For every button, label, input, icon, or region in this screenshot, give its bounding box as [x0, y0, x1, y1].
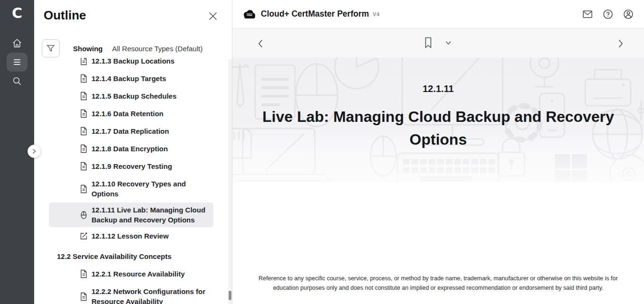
home-icon [12, 38, 22, 48]
document-icon [79, 162, 88, 171]
outline-item[interactable]: 12.1.12 Lesson Review [49, 227, 213, 245]
document-icon [79, 109, 88, 118]
product-cloud-icon [242, 9, 256, 20]
resource-filter-bar: Showing All Resource Types (Default) [42, 39, 202, 57]
help-icon [602, 9, 614, 20]
close-outline-button[interactable] [208, 10, 220, 22]
lesson-nav-toolbar [232, 28, 644, 57]
product-header: Cloud+ CertMaster Perform V4 [232, 0, 644, 28]
account-button[interactable] [622, 8, 635, 20]
outline-item[interactable]: 12.2.1 Resource Availability [49, 265, 213, 283]
outline-panel-title: Outline [44, 8, 86, 23]
filter-selected-value: All Resource Types (Default) [112, 45, 203, 53]
outline-item[interactable]: 12.1.4 Backup Targets [49, 70, 213, 87]
chevron-down-icon [445, 41, 451, 45]
document-icon [79, 184, 88, 193]
lesson-title: Live Lab: Managing Cloud Backup and Reco… [246, 105, 631, 151]
back-arrow-icon [257, 38, 264, 49]
outline-menu-icon [12, 57, 22, 67]
outline-toggle-button[interactable] [7, 53, 28, 72]
outline-item[interactable]: 12.2.2 Network Configurations for Resour… [49, 283, 213, 304]
account-icon [623, 9, 634, 20]
home-button[interactable] [7, 34, 28, 53]
previous-page-button[interactable] [253, 36, 267, 51]
brand-logo: C [0, 5, 34, 21]
messages-button[interactable] [581, 8, 594, 20]
outline-item[interactable]: 12.1.6 Data Retention [49, 105, 213, 122]
outline-item[interactable]: 12.1.8 Data Encryption [49, 140, 213, 157]
outline-item[interactable]: 12.1.7 Data Replication [49, 122, 213, 140]
outline-item-selected[interactable]: 12.1.11 Live Lab: Managing Cloud Backup … [49, 203, 213, 227]
disclaimer-footer: Reference to any specific course, servic… [232, 274, 644, 293]
outline-item-list: 12.1.3 Backup Locations 12.1.4 Backup Ta… [34, 58, 232, 304]
document-icon [79, 58, 88, 65]
outline-item[interactable]: 12.1.9 Recovery Testing [49, 157, 213, 175]
product-title: Cloud+ CertMaster Perform [261, 9, 369, 19]
outline-item[interactable]: 12.1.3 Backup Locations [49, 58, 213, 70]
outline-item[interactable]: 12.1.10 Recovery Types and Options [49, 175, 213, 203]
disclaimer-line: Reference to any specific course, servic… [232, 274, 644, 283]
chevron-right-icon [31, 148, 37, 154]
document-icon [79, 144, 88, 153]
disclaimer-line: education purposes only and does not con… [232, 283, 644, 293]
filter-showing-label: Showing [73, 45, 103, 53]
bookmark-menu-button[interactable] [441, 35, 455, 50]
edit-review-icon [79, 232, 88, 240]
document-icon [79, 92, 88, 101]
forward-arrow-icon [617, 38, 624, 49]
document-icon [79, 127, 88, 136]
help-button[interactable] [602, 8, 614, 20]
filter-funnel-icon [46, 44, 55, 53]
bookmark-button[interactable] [421, 35, 435, 50]
search-icon [12, 76, 22, 86]
outline-item[interactable]: 12.1.5 Backup Schedules [49, 87, 213, 105]
filter-button[interactable] [42, 39, 60, 57]
lesson-number: 12.1.11 [232, 83, 644, 94]
product-version-badge: V4 [373, 11, 379, 17]
header-actions [581, 8, 635, 20]
outline-panel: Outline Showing All Resource Types (Defa… [34, 0, 232, 304]
lab-mouse-icon [79, 211, 88, 220]
outline-scrollbar-thumb[interactable] [229, 291, 231, 300]
app-window: C [0, 0, 644, 304]
main-content: Cloud+ CertMaster Perform V4 [232, 0, 644, 304]
outline-section-header[interactable]: 12.2 Service Availability Concepts [49, 248, 213, 265]
bookmark-controls [421, 35, 455, 50]
document-icon [79, 292, 88, 301]
search-button[interactable] [7, 72, 28, 91]
lesson-hero-banner: 12.1.11 Live Lab: Managing Cloud Backup … [232, 57, 644, 182]
document-icon [79, 74, 88, 83]
document-icon [79, 269, 88, 278]
collapse-panel-handle[interactable] [28, 145, 41, 158]
close-icon [208, 11, 220, 21]
next-page-button[interactable] [614, 36, 628, 51]
outline-scrollbar-track[interactable] [228, 59, 232, 304]
mail-icon [582, 9, 593, 20]
bookmark-icon [424, 37, 432, 49]
